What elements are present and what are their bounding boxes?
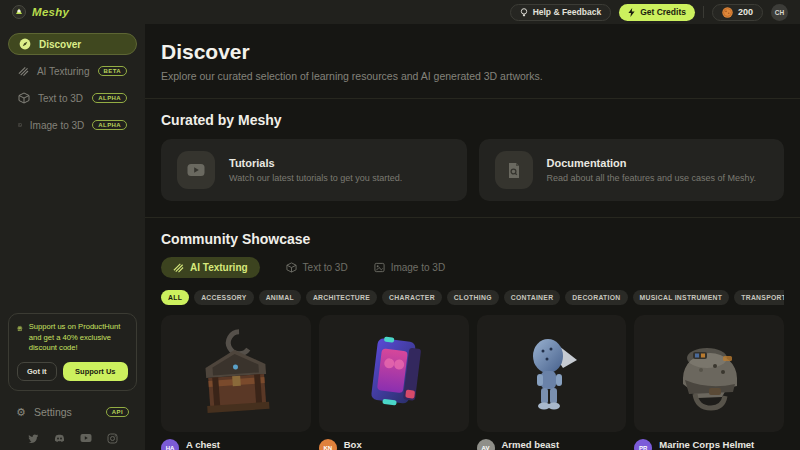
lightbulb-icon	[520, 8, 528, 17]
get-credits-button[interactable]: Get Credits	[619, 4, 695, 21]
alpha-badge: ALPHA	[92, 93, 127, 103]
sidebar: Discover AI Texturing BETA Text to 3D AL…	[0, 24, 145, 450]
showcase-grid: HA A chest Hannah	[161, 315, 784, 450]
filter-architecture[interactable]: ARCHITECTURE	[306, 290, 377, 305]
sidebar-item-ai-texturing[interactable]: AI Texturing BETA	[8, 60, 137, 82]
sidebar-item-settings[interactable]: ⚙ Settings API	[0, 401, 145, 423]
support-us-button[interactable]: Support Us	[63, 362, 128, 381]
filter-decoration[interactable]: DECORATION	[565, 290, 627, 305]
showcase-tabs: AI Texturing Text to 3D Image to 3D	[161, 257, 784, 278]
sci-fi-box-3d-model	[344, 324, 444, 424]
gift-icon	[17, 322, 23, 335]
showcase-item-title: Marine Corps Helmet	[659, 439, 754, 450]
curated-card-title: Documentation	[547, 157, 756, 169]
tab-label: Image to 3D	[391, 262, 445, 273]
coin-icon	[722, 7, 733, 18]
tab-ai-texturing[interactable]: AI Texturing	[161, 257, 260, 278]
showcase-item: KN Box Knight42	[319, 315, 469, 450]
sidebar-nav: Discover AI Texturing BETA Text to 3D AL…	[0, 33, 145, 141]
showcase-image-armed-beast[interactable]	[477, 315, 627, 432]
meshy-logo-icon	[12, 5, 26, 19]
filter-animal[interactable]: ANIMAL	[259, 290, 301, 305]
twitter-icon[interactable]	[28, 433, 39, 444]
tab-image-to-3d[interactable]: Image to 3D	[374, 257, 445, 278]
gear-icon: ⚙	[16, 406, 26, 419]
lightning-icon	[628, 8, 635, 17]
showcase-item-title: Armed beast	[502, 439, 560, 450]
help-feedback-button[interactable]: Help & Feedback	[510, 4, 612, 21]
category-filters: ALL ACCESSORY ANIMAL ARCHITECTURE CHARAC…	[161, 290, 784, 305]
image-icon	[18, 119, 22, 131]
showcase-image-a-chest[interactable]	[161, 315, 311, 432]
cube-icon	[286, 262, 297, 273]
sidebar-item-discover[interactable]: Discover	[8, 33, 137, 55]
youtube-icon[interactable]	[80, 433, 92, 443]
main-content: Discover Explore our curated selection o…	[145, 24, 800, 450]
showcase-item-title: A chest	[186, 439, 220, 450]
tab-text-to-3d[interactable]: Text to 3D	[286, 257, 348, 278]
filter-all[interactable]: ALL	[161, 290, 189, 305]
filter-container[interactable]: CONTAINER	[504, 290, 561, 305]
filter-transportation[interactable]: TRANSPORTATION	[734, 290, 784, 305]
showcase-heading: Community Showcase	[161, 231, 784, 247]
tab-label: Text to 3D	[303, 262, 348, 273]
author-avatar-initials: HA	[166, 445, 175, 450]
topbar: Meshy Help & Feedback Get Credits 200	[0, 0, 800, 24]
filter-musical-instrument[interactable]: MUSICAL INSTRUMENT	[633, 290, 730, 305]
credits-count: 200	[738, 7, 753, 17]
youtube-icon	[177, 151, 215, 189]
page-title: Discover	[161, 40, 784, 64]
documentation-card[interactable]: Documentation Read about all the feature…	[479, 139, 785, 201]
author-avatar-initials: PR	[639, 445, 647, 450]
showcase-image-helmet[interactable]	[634, 315, 784, 432]
compass-icon	[19, 38, 31, 50]
showcase-item: PR Marine Corps Helmet Proton	[634, 315, 784, 450]
promo-text: Support us on ProductHunt and get a 40% …	[29, 322, 128, 354]
alpha-badge: ALPHA	[92, 120, 127, 130]
armed-beast-3d-model	[501, 324, 601, 424]
sidebar-item-label: AI Texturing	[37, 66, 90, 77]
filter-character[interactable]: CHARACTER	[382, 290, 442, 305]
got-it-button[interactable]: Got it	[17, 362, 57, 381]
topbar-separator	[703, 6, 704, 18]
texture-icon	[18, 65, 29, 77]
helmet-3d-model	[657, 322, 761, 426]
page-subtitle: Explore our curated selection of learnin…	[161, 70, 784, 82]
sidebar-item-label: Text to 3D	[38, 93, 84, 104]
help-feedback-label: Help & Feedback	[533, 7, 602, 17]
divider	[145, 98, 800, 99]
producthunt-promo-card: Support us on ProductHunt and get a 40% …	[8, 313, 137, 391]
discord-icon[interactable]	[54, 433, 65, 444]
author-avatar-initials: AV	[482, 445, 490, 450]
tutorials-card[interactable]: Tutorials Watch our latest tutorials to …	[161, 139, 467, 201]
author-avatar[interactable]: AV	[477, 439, 495, 450]
document-search-icon	[495, 151, 533, 189]
user-avatar[interactable]: CH	[771, 4, 788, 21]
cube-icon	[18, 92, 30, 104]
showcase-item: AV Armed beast AvAR	[477, 315, 627, 450]
sidebar-item-label: Image to 3D	[30, 120, 84, 131]
showcase-image-box[interactable]	[319, 315, 469, 432]
filter-clothing[interactable]: CLOTHING	[447, 290, 499, 305]
treasure-chest-3d-model	[186, 324, 286, 424]
sidebar-item-text-to-3d[interactable]: Text to 3D ALPHA	[8, 87, 137, 109]
divider	[145, 217, 800, 218]
curated-card-desc: Read about all the features and use case…	[547, 173, 756, 183]
tab-label: AI Texturing	[190, 262, 248, 273]
meshy-logo[interactable]: Meshy	[12, 5, 69, 19]
filter-accessory[interactable]: ACCESSORY	[194, 290, 254, 305]
credits-balance[interactable]: 200	[712, 4, 763, 21]
author-avatar[interactable]: PR	[634, 439, 652, 450]
texture-icon	[173, 262, 184, 273]
app-title: Meshy	[32, 6, 69, 18]
beta-badge: BETA	[98, 66, 128, 76]
user-avatar-initials: CH	[775, 9, 784, 16]
sidebar-item-image-to-3d[interactable]: Image to 3D ALPHA	[8, 114, 137, 136]
get-credits-label: Get Credits	[640, 7, 686, 17]
showcase-item: HA A chest Hannah	[161, 315, 311, 450]
author-avatar-initials: KN	[323, 445, 332, 450]
api-badge: API	[106, 407, 129, 417]
author-avatar[interactable]: HA	[161, 439, 179, 450]
instagram-icon[interactable]	[107, 433, 118, 444]
author-avatar[interactable]: KN	[319, 439, 337, 450]
